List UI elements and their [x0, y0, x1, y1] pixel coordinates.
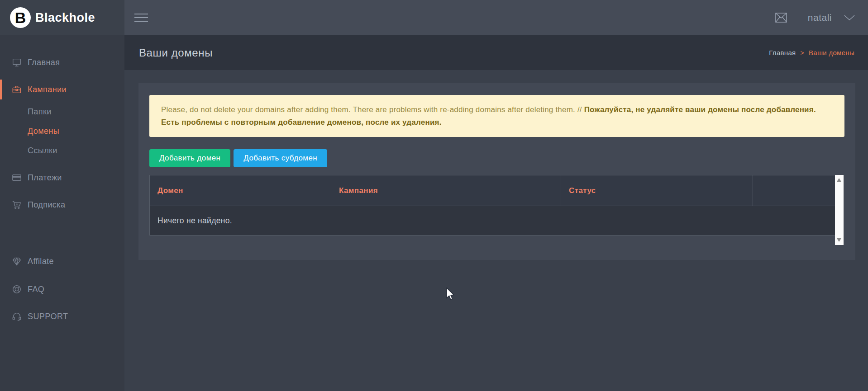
sidebar-item-label: FAQ — [28, 285, 44, 294]
breadcrumb-current: Ваши домены — [809, 49, 854, 57]
brand-logo[interactable]: B Blackhole — [0, 0, 124, 35]
page-header: Ваши домены Главная > Ваши домены — [124, 35, 868, 70]
content-area: Please, do not delete your domains after… — [124, 70, 868, 260]
column-header-status[interactable]: Статус — [561, 175, 753, 206]
logo-letter: B — [15, 10, 26, 25]
sidebar-item-label: Кампании — [28, 85, 67, 94]
sidebar-item-home[interactable]: Главная — [0, 52, 124, 73]
table-scrollbar[interactable] — [835, 175, 844, 245]
sidebar-item-payments[interactable]: Платежи — [0, 167, 124, 188]
sidebar-item-folders[interactable]: Папки — [0, 103, 124, 121]
sidebar-item-domains[interactable]: Домены — [0, 122, 124, 140]
main-content: Ваши домены Главная > Ваши домены Please… — [124, 35, 868, 391]
sidebar-item-label: SUPPORT — [28, 312, 68, 321]
sidebar-item-subscription[interactable]: Подписка — [0, 194, 124, 216]
sidebar-item-affiliate[interactable]: Affilate — [0, 250, 124, 272]
brand-name: Blackhole — [35, 11, 95, 25]
alert-text-english: Please, do not delete your domains after… — [161, 105, 584, 114]
blackhole-logo-icon: B — [10, 7, 31, 28]
sidebar-item-campaigns[interactable]: Кампании — [0, 79, 124, 100]
domains-table: Домен Кампания Статус Ничего не найдено. — [149, 175, 835, 236]
table-row: Ничего не найдено. — [150, 206, 835, 236]
briefcase-icon — [12, 85, 22, 94]
sidebar-item-label: Главная — [28, 58, 60, 67]
sidebar-item-label: Папки — [28, 107, 52, 117]
breadcrumb-separator-icon: > — [800, 49, 804, 57]
domains-table-region: Домен Кампания Статус Ничего не найдено. — [149, 175, 844, 236]
sidebar-item-label: Affilate — [28, 257, 54, 266]
hamburger-menu-icon[interactable] — [134, 11, 148, 24]
mail-icon[interactable] — [775, 13, 787, 23]
action-buttons: Добавить домен Добавить субдомен — [149, 149, 844, 167]
sidebar-item-label: Ссылки — [28, 146, 57, 155]
add-subdomain-button[interactable]: Добавить субдомен — [234, 149, 327, 167]
monitor-icon — [12, 57, 22, 67]
active-indicator-bar — [0, 80, 2, 99]
cart-plus-icon — [12, 200, 22, 210]
sidebar: Главная Кампании Папки Домены Ссылки — [0, 35, 124, 391]
sidebar-item-links[interactable]: Ссылки — [0, 141, 124, 160]
credit-card-icon — [12, 173, 22, 183]
column-header-actions — [753, 175, 835, 206]
sidebar-item-support[interactable]: SUPPORT — [0, 306, 124, 327]
scrollbar-up-arrow-icon[interactable] — [837, 178, 841, 182]
scrollbar-down-arrow-icon[interactable] — [837, 238, 841, 242]
username[interactable]: natali — [808, 12, 832, 23]
empty-state-message: Ничего не найдено. — [150, 206, 835, 236]
column-header-domain[interactable]: Домен — [150, 175, 331, 206]
sidebar-item-label: Подписка — [28, 200, 65, 210]
breadcrumb-home-link[interactable]: Главная — [769, 49, 796, 57]
topbar: B Blackhole natali — [0, 0, 868, 35]
domains-card: Please, do not delete your domains after… — [138, 83, 855, 260]
page-title: Ваши домены — [139, 47, 213, 59]
headset-icon — [12, 311, 22, 321]
add-domain-button[interactable]: Добавить домен — [149, 149, 230, 167]
table-header-row: Домен Кампания Статус — [150, 175, 835, 206]
sidebar-item-label: Платежи — [28, 173, 62, 183]
sidebar-item-faq[interactable]: FAQ — [0, 278, 124, 300]
warning-alert: Please, do not delete your domains after… — [149, 95, 844, 137]
topbar-main: natali — [124, 0, 868, 35]
sidebar-item-label: Домены — [28, 127, 59, 136]
chevron-down-icon[interactable] — [844, 14, 855, 21]
gem-icon — [12, 256, 22, 266]
lifebuoy-icon — [12, 284, 22, 294]
column-header-campaign[interactable]: Кампания — [331, 175, 561, 206]
breadcrumb: Главная > Ваши домены — [769, 49, 854, 57]
